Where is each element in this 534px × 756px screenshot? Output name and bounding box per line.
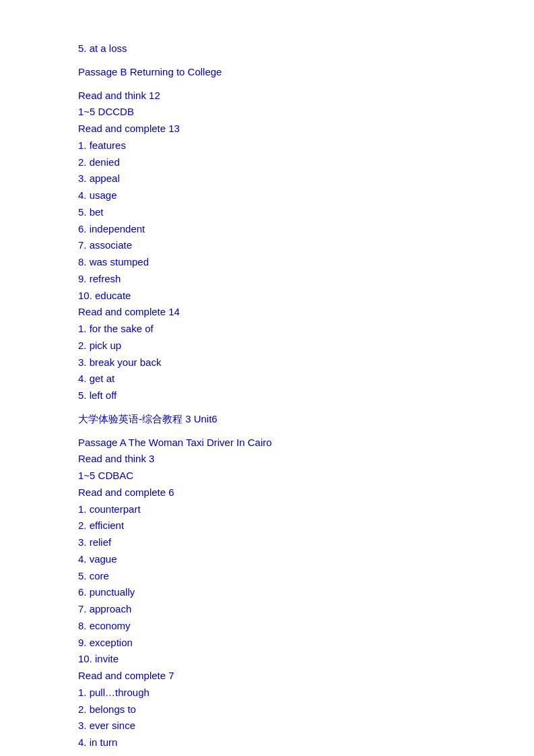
text-line: 8. economy [78,618,480,635]
text-line: 4. in turn [78,734,480,751]
text-line: 2. denied [78,154,480,171]
text-line: 大学体验英语-综合教程 3 Unit6 [78,411,480,428]
text-line: 10. invite [78,651,480,668]
text-line: 7. approach [78,601,480,618]
text-line: Read and think 12 [78,88,480,104]
text-line: 9. refresh [78,271,480,288]
text-line: 5. at a loss [78,40,480,57]
text-line: 2. pick up [78,338,480,354]
text-line: Read and complete 13 [78,121,480,137]
text-line: 1~5 CDBAC [78,468,480,484]
text-line: 3. ever since [78,718,480,734]
page-content: 5. at a lossPassage B Returning to Colle… [78,40,480,751]
text-line: 4. get at [78,371,480,387]
text-line: 7. associate [78,237,480,254]
text-line: Passage B Returning to College [78,64,480,81]
text-line: 1. features [78,137,480,154]
text-line: 8. was stumped [78,254,480,271]
text-line: 4. vague [78,551,480,568]
text-line: 2. belongs to [78,701,480,718]
text-line: 6. punctually [78,584,480,601]
text-line: 3. relief [78,534,480,551]
text-line: 5. core [78,568,480,585]
text-line: 1. for the sake of [78,321,480,338]
text-line: 3. break your back [78,354,480,371]
text-line: Read and complete 14 [78,304,480,321]
text-line: 10. educate [78,288,480,305]
spacer [78,428,480,435]
text-line: 5. bet [78,204,480,221]
text-line: Read and think 3 [78,451,480,468]
text-line: 6. independent [78,221,480,238]
text-line: 4. usage [78,187,480,204]
text-line: 9. exception [78,635,480,652]
text-line: Passage A The Woman Taxi Driver In Cairo [78,435,480,451]
text-line: 1~5 DCCDB [78,104,480,121]
text-line: 1. pull…through [78,685,480,701]
spacer [78,404,480,411]
text-line: 3. appeal [78,170,480,187]
text-line: 5. left off [78,387,480,404]
spacer [78,57,480,64]
text-line: 1. counterpart [78,501,480,518]
spacer [78,81,480,88]
text-line: Read and complete 6 [78,484,480,501]
text-line: Read and complete 7 [78,668,480,685]
text-line: 2. efficient [78,517,480,534]
